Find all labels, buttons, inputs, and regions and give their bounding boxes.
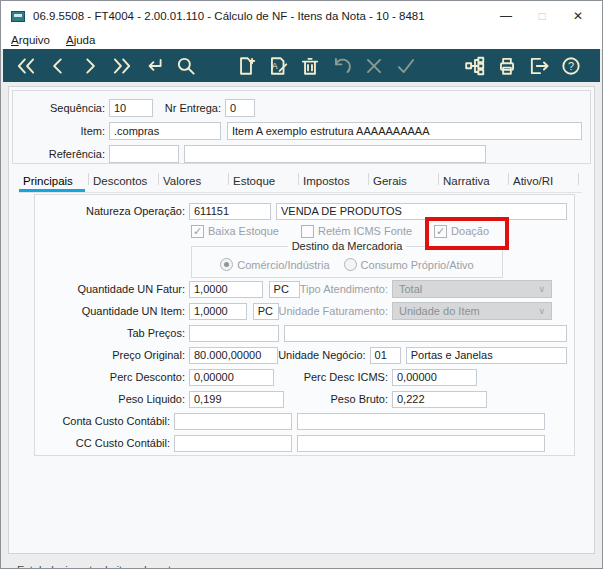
previous-record-button[interactable] <box>45 53 71 79</box>
exit-button[interactable] <box>526 53 552 79</box>
tab-descontos[interactable]: Descontos <box>89 169 159 192</box>
quantidade-un-item-row: Quantidade UN Item: 1,0000 PC Unidade Fa… <box>39 300 570 322</box>
maximize-button: □ <box>524 3 560 29</box>
perc-desconto-input[interactable]: 0,00000 <box>189 369 274 386</box>
enter-arrow-icon <box>142 55 166 77</box>
print-button[interactable] <box>494 53 520 79</box>
edit-record-button[interactable]: A <box>265 53 291 79</box>
cc-custo-label: CC Custo Contábil: <box>39 437 174 449</box>
referencia-row: Referência: <box>13 142 590 165</box>
go-button[interactable] <box>141 53 167 79</box>
trash-icon <box>299 55 321 77</box>
quantidade-un-item-input[interactable]: 1,0000 <box>189 303 247 320</box>
consumo-proprio-radio-group: Consumo Próprio/Ativo <box>344 258 474 271</box>
help-button[interactable]: ? <box>558 53 584 79</box>
peso-bruto-input[interactable]: 0,222 <box>392 391 487 408</box>
double-chevron-right-icon <box>110 55 134 77</box>
tab-impostos[interactable]: Impostos <box>299 169 369 192</box>
unidade-negocio-description-input[interactable]: Portas e Janelas <box>406 347 567 364</box>
first-record-button[interactable] <box>13 53 39 79</box>
tab-precos-label: Tab Preços: <box>39 327 189 339</box>
menu-ajuda-accel: A <box>66 34 74 46</box>
cc-custo-description-input[interactable] <box>297 435 545 452</box>
item-code-input[interactable]: .compras <box>109 122 221 140</box>
last-record-button[interactable] <box>109 53 135 79</box>
menu-arquivo[interactable]: Arquivo <box>11 34 50 46</box>
check-icon <box>395 55 417 77</box>
destino-mercadoria-legend: Destino da Mercadoria <box>288 240 407 252</box>
conta-custo-description-input[interactable] <box>297 413 545 430</box>
search-button[interactable] <box>173 53 199 79</box>
double-chevron-left-icon <box>14 55 38 77</box>
exit-icon <box>528 55 550 77</box>
perc-desconto-row: Perc Desconto: 0,00000 Perc Desc ICMS: 0… <box>39 366 570 388</box>
app-icon <box>11 11 25 22</box>
doacao-checkbox-group: Doação <box>434 225 489 238</box>
new-record-button[interactable] <box>233 53 259 79</box>
perc-desc-icms-input[interactable]: 0,00000 <box>392 369 477 386</box>
svg-text:?: ? <box>568 59 574 71</box>
cc-custo-code-input[interactable] <box>174 435 292 452</box>
tab-ativo-ri[interactable]: Ativo/RI <box>509 169 579 192</box>
tab-precos-description-input[interactable] <box>284 325 567 342</box>
conta-custo-row: Conta Custo Contábil: <box>39 410 570 432</box>
tab-precos-code-input[interactable] <box>189 325 279 342</box>
sequencia-input[interactable]: 10 <box>109 99 153 117</box>
peso-liquido-label: Peso Liquido: <box>39 393 189 405</box>
unidade-faturamento-dropdown: Unidade do Item ∨ <box>392 302 552 320</box>
peso-liquido-input[interactable]: 0,199 <box>189 391 284 408</box>
comercio-industria-radio <box>220 258 233 271</box>
unidade-faturamento-label: Unidade Faturamento: <box>279 305 392 317</box>
quantidade-un-fatur-unit-input[interactable]: PC <box>269 281 300 298</box>
cancel-button <box>361 53 387 79</box>
preco-original-row: Preço Original: 80.000,00000 Unidade Neg… <box>39 344 570 366</box>
natureza-operacao-description-input[interactable]: VENDA DE PRODUTOS <box>276 203 567 220</box>
tree-view-button[interactable] <box>462 53 488 79</box>
sequencia-label: Sequência: <box>13 102 109 114</box>
chevron-down-icon: ∨ <box>538 284 545 294</box>
preco-original-input[interactable]: 80.000,00000 <box>189 347 278 364</box>
edit-document-icon: A <box>267 55 289 77</box>
nr-entrega-input[interactable]: 0 <box>225 99 255 117</box>
quantidade-un-fatur-input[interactable]: 1,0000 <box>189 281 263 298</box>
retem-icms-fonte-checkbox-group: Retém ICMS Fonte <box>301 225 412 238</box>
menu-ajuda[interactable]: Ajuda <box>66 34 95 46</box>
x-icon <box>363 55 385 77</box>
tab-ativo-ri-label: Ativo/RI <box>513 175 553 187</box>
item-row: Item: .compras Item A exemplo estrutura … <box>13 119 590 142</box>
unidade-negocio-label: Unidade Negócio: <box>278 349 369 361</box>
quantidade-un-item-unit-input[interactable]: PC <box>253 303 279 320</box>
toolbar: A ? <box>3 49 600 82</box>
referencia-label: Referência: <box>13 148 109 160</box>
conta-custo-code-input[interactable] <box>174 413 292 430</box>
delete-record-button[interactable] <box>297 53 323 79</box>
next-record-button[interactable] <box>77 53 103 79</box>
tab-narrativa[interactable]: Narrativa <box>439 169 509 192</box>
destino-mercadoria-fieldset: Destino da Mercadoria Comércio/Indústria… <box>191 240 503 278</box>
referencia-description-input[interactable] <box>184 145 486 163</box>
quantidade-un-fatur-row: Quantidade UN Fatur: 1,0000 PC Tipo Aten… <box>39 278 570 300</box>
undo-icon <box>331 55 353 77</box>
unidade-negocio-code-input[interactable]: 01 <box>370 347 401 364</box>
natureza-operacao-row: Natureza Operação: 611151 VENDA DE PRODU… <box>39 200 570 222</box>
tipo-atendimento-label: Tipo Atendimento: <box>300 283 392 295</box>
perc-desc-icms-label: Perc Desc ICMS: <box>274 371 392 383</box>
close-button[interactable]: ✕ <box>560 3 596 29</box>
referencia-code-input[interactable] <box>109 145 179 163</box>
tipo-atendimento-dropdown: Total ∨ <box>392 280 552 298</box>
org-tree-icon <box>464 55 486 77</box>
minimize-button[interactable]: — <box>488 3 524 29</box>
baixa-estoque-label: Baixa Estoque <box>208 225 279 237</box>
tab-gerais[interactable]: Gerais <box>369 169 439 192</box>
natureza-operacao-code-input[interactable]: 611151 <box>189 203 271 220</box>
tab-narrativa-label: Narrativa <box>443 175 490 187</box>
window-title: 06.9.5508 - FT4004 - 2.00.01.110 - Cálcu… <box>33 10 480 22</box>
retem-icms-fonte-label: Retém ICMS Fonte <box>318 225 412 237</box>
quantidade-un-fatur-label: Quantidade UN Fatur: <box>39 283 189 295</box>
tab-estoque[interactable]: Estoque <box>229 169 299 192</box>
item-description-input[interactable]: Item A exemplo estrutura AAAAAAAAAA <box>227 122 582 140</box>
chevron-left-icon <box>47 55 69 77</box>
tab-principais[interactable]: Principais <box>19 169 89 192</box>
doacao-label: Doação <box>451 225 489 237</box>
tab-valores[interactable]: Valores <box>159 169 229 192</box>
